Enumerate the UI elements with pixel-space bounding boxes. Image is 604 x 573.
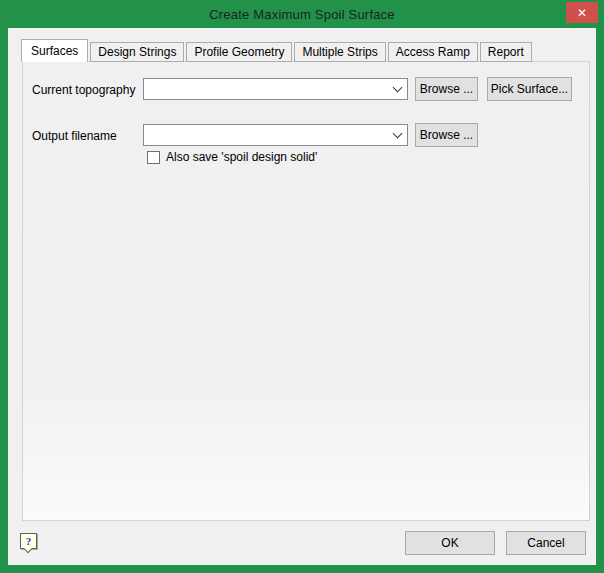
dialog-window: Create Maximum Spoil Surface ✕ Surfaces … (0, 0, 604, 573)
close-button[interactable]: ✕ (566, 2, 598, 23)
ok-button[interactable]: OK (405, 531, 495, 555)
chevron-down-icon (392, 128, 402, 138)
cancel-button[interactable]: Cancel (506, 531, 586, 555)
output-filename-input[interactable] (144, 125, 387, 145)
context-help-button[interactable]: ? (20, 533, 37, 549)
tab-multiple-strips[interactable]: Multiple Strips (294, 42, 385, 62)
current-topography-browse-button[interactable]: Browse ... (415, 77, 478, 101)
tab-surfaces[interactable]: Surfaces (21, 39, 88, 62)
also-save-checkbox-row[interactable]: Also save 'spoil design solid' (147, 150, 317, 164)
title-bar[interactable]: Create Maximum Spoil Surface ✕ (0, 0, 604, 28)
pick-surface-button[interactable]: Pick Surface... (487, 77, 572, 101)
current-topography-label: Current topography (32, 83, 135, 97)
close-icon: ✕ (577, 7, 587, 19)
tab-profile-geometry[interactable]: Profile Geometry (186, 42, 292, 62)
output-filename-label: Output filename (32, 129, 117, 143)
current-topography-dropdown-button[interactable] (387, 79, 407, 99)
current-topography-combobox[interactable] (143, 78, 408, 100)
output-filename-dropdown-button[interactable] (387, 125, 407, 145)
output-filename-combobox[interactable] (143, 124, 408, 146)
also-save-checkbox-label: Also save 'spoil design solid' (166, 150, 317, 164)
tab-access-ramp[interactable]: Access Ramp (388, 42, 478, 62)
output-filename-browse-button[interactable]: Browse ... (415, 123, 478, 147)
tab-bar: Surfaces Design Strings Profile Geometry… (21, 39, 532, 62)
dialog-body: Surfaces Design Strings Profile Geometry… (8, 28, 596, 565)
tab-report[interactable]: Report (480, 42, 532, 62)
also-save-checkbox[interactable] (147, 151, 160, 164)
chevron-down-icon (392, 82, 402, 92)
current-topography-input[interactable] (144, 79, 387, 99)
window-title: Create Maximum Spoil Surface (209, 7, 395, 22)
tab-design-strings[interactable]: Design Strings (90, 42, 184, 62)
